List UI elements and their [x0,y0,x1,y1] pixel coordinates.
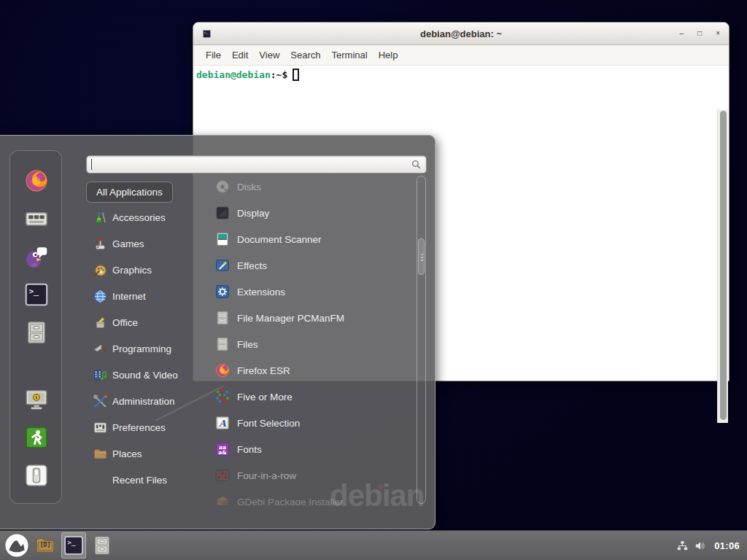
favorite-log-out[interactable] [20,421,53,454]
favorite-keyboard[interactable] [20,203,53,235]
taskbar-terminal-button[interactable]: >_ [61,532,86,559]
category-internet[interactable]: Internet [86,283,207,309]
terminal-scrollbar-thumb[interactable] [720,111,727,420]
category-administration[interactable]: Administration [86,388,207,414]
accessories-icon [93,210,108,225]
sound-video-icon [93,368,108,383]
terminal-menu-help[interactable]: Help [379,50,398,61]
search-icon [411,159,422,170]
category-label: Places [112,448,142,459]
app-display[interactable]: Display [208,200,414,226]
app-document-scanner[interactable]: Document Scanner [208,226,414,252]
app-label: Disks [237,182,261,192]
clock[interactable]: 01:06 [711,540,743,551]
terminal-titlebar[interactable]: >_ debian@debian: ~ –□× [193,23,729,45]
app-label: File Manager PCManFM [237,313,344,324]
category-sound-video[interactable]: Sound & Video [86,362,207,388]
effects-icon [214,257,231,273]
category-label: Preferences [112,422,166,433]
favorite-file-manager[interactable] [20,316,53,349]
app-label: Firefox ESR [237,365,290,376]
category-label: Sound & Video [112,370,178,381]
search-caret [91,159,92,170]
file-cabinet-icon [23,319,50,346]
favorite-pidgin[interactable] [20,241,53,273]
taskbar-show-desktop-button[interactable]: [D] [33,532,58,559]
category-label: Recent Files [112,475,167,486]
tray-network[interactable] [676,540,689,552]
app-extensions[interactable]: Extensions [208,279,414,305]
category-recent-files[interactable]: Recent Files [86,467,207,493]
terminal-menubar: FileEditViewSearchTerminalHelp [193,45,729,66]
app-gdebi-package-installer[interactable]: GDebi Package Installer [208,489,414,505]
terminal-cursor [293,69,299,81]
window-controls: –□× [680,30,720,37]
programming-icon [93,341,108,357]
terminal-menu-view[interactable]: View [259,50,279,61]
app-file-manager-pcmanfm[interactable]: File Manager PCManFM [208,305,414,331]
category-office[interactable]: Office [86,309,207,335]
favorite-firefox[interactable] [20,165,53,197]
category-games[interactable]: Games [86,230,207,257]
minimize-button[interactable]: – [680,30,684,37]
category-all-applications[interactable]: All Applications [86,182,173,203]
app-label: Document Scanner [237,234,322,245]
font-selection-icon: A [214,415,231,431]
category-label: Office [112,317,138,328]
menu-scrollbar[interactable] [417,176,426,504]
app-label: Four-in-a-row [237,470,296,481]
app-label: Effects [237,260,267,271]
app-label: GDebi Package Installer [237,497,344,506]
category-label: Accessories [112,212,166,223]
category-accessories[interactable]: Accessories [86,204,207,230]
favorite-terminal[interactable]: >_ [20,279,53,311]
app-label: Font Selection [237,418,300,429]
tray-volume[interactable] [694,540,706,552]
taskbar-files-button[interactable] [90,532,115,559]
category-graphics[interactable]: Graphics [86,257,207,283]
svg-text:a&: a& [218,449,227,456]
terminal-menu-search[interactable]: Search [290,50,320,61]
terminal-window-icon: >_ [202,29,212,39]
category-label: Administration [112,396,175,407]
app-fonts[interactable]: aaa&Fonts [208,436,414,462]
network-icon [676,540,689,552]
app-label: Fonts [237,444,262,455]
app-four-in-a-row[interactable]: Four-in-a-row [208,462,414,489]
favorite-lock-screen[interactable] [20,384,53,416]
terminal-menu-edit[interactable]: Edit [232,50,248,61]
category-label: Programming [112,343,171,354]
category-preferences[interactable]: Preferences [86,414,207,440]
category-places[interactable]: Places [86,440,207,467]
firefox-icon [214,362,231,378]
app-effects[interactable]: Effects [208,252,414,279]
terminal-menu-file[interactable]: File [206,50,221,61]
maximize-button[interactable]: □ [697,30,702,37]
app-label: Extensions [237,287,285,298]
app-files[interactable]: Files [208,331,414,357]
app-font-selection[interactable]: AFont Selection [208,410,414,436]
menu-app-list: DisksDisplayDocument ScannerEffectsExten… [208,174,414,505]
prompt-user: debian@debian [196,69,271,80]
system-tray [676,540,708,552]
category-programming[interactable]: Programming [86,335,207,362]
terminal-menu-terminal[interactable]: Terminal [332,50,368,61]
app-label: Display [237,208,269,219]
games-icon [93,236,108,252]
menu-scrollbar-thumb[interactable] [418,238,425,275]
svg-text:>_: >_ [29,287,39,296]
preferences-icon [93,420,108,435]
taskbar-menu-button[interactable] [4,532,29,559]
keyboard-icon [23,206,50,232]
category-icon-spacer [93,472,108,488]
terminal-icon: >_ [63,534,85,556]
scrollbar-grip [421,254,423,255]
app-five-or-more[interactable]: Five or More [208,384,414,410]
favorite-shut-down[interactable] [20,459,53,491]
app-firefox-esr[interactable]: Firefox ESR [208,357,414,384]
search-input[interactable] [86,155,427,174]
app-disks[interactable]: Disks [208,174,414,200]
close-button[interactable]: × [716,30,720,37]
terminal-scrollbar[interactable] [717,109,728,423]
app-label: Five or More [237,392,293,402]
